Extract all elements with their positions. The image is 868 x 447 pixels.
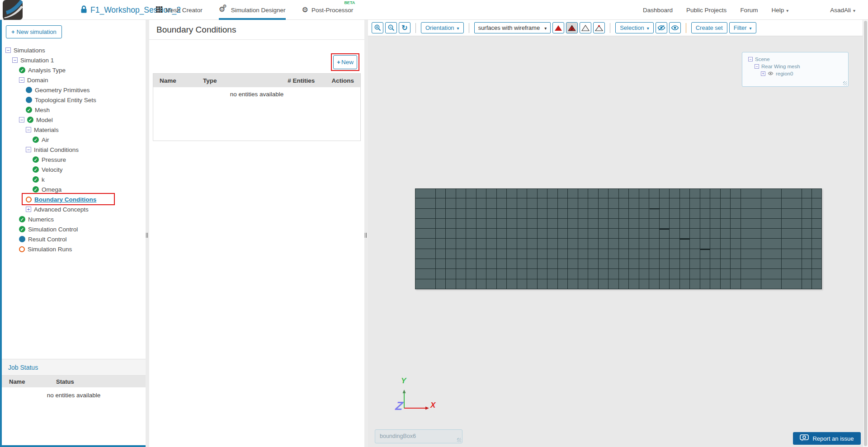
tree-item-boundary-conditions[interactable]: Boundary Conditions (2, 194, 146, 204)
simulation-tree: Simulations Simulation 1 Analysis Type D… (2, 45, 146, 254)
scrollbar-thumb[interactable] (864, 21, 867, 446)
expand-icon[interactable] (26, 207, 31, 212)
tree-item-simulation-runs[interactable]: Simulation Runs (2, 244, 146, 254)
boundary-conditions-panel: Boundary Conditions New Name Type # Enti… (149, 20, 364, 447)
boundary-conditions-table: Name Type # Entities Actions no entities… (153, 73, 361, 141)
mesh-seam (680, 239, 690, 240)
axis-x-label: X (430, 401, 435, 410)
nav-dashboard[interactable]: Dashboard (643, 7, 673, 14)
check-status-icon (33, 136, 39, 143)
scene-tree-overlay[interactable]: Scene Rear Wing mesh region0 (742, 52, 849, 87)
3d-viewport[interactable]: Orientation surfaces with wireframe Sele… (368, 20, 868, 447)
mesh-seam (660, 229, 670, 230)
tree-item-pressure[interactable]: Pressure (2, 155, 146, 165)
collapse-icon[interactable] (12, 57, 18, 63)
check-status-icon (33, 156, 39, 163)
main-tabs: Mesh Creator ⚙⚙ Simulation Designer ⚙ Po… (156, 0, 353, 20)
collapse-icon[interactable] (19, 77, 24, 83)
tree-item-k[interactable]: k (2, 174, 146, 184)
check-status-icon (27, 117, 33, 123)
visibility-eye-icon[interactable] (768, 71, 774, 76)
scene-node-region0[interactable]: region0 (761, 71, 793, 76)
rear-wing-mesh-render[interactable] (415, 188, 822, 289)
tab-post-processor[interactable]: ⚙ Post-Processor BETA (302, 0, 354, 20)
tree-item-omega[interactable]: Omega (2, 184, 146, 194)
sidebar-resize-handle[interactable] (146, 20, 149, 447)
show-selection-button[interactable] (669, 22, 681, 33)
beta-badge: BETA (344, 0, 355, 5)
new-boundary-condition-button[interactable]: New (333, 55, 357, 69)
new-simulation-button[interactable]: New simulation (6, 25, 62, 38)
render-surfaces-wireframe-button[interactable] (566, 22, 578, 33)
panel-title: Boundary Conditions (156, 25, 236, 35)
tree-item-simulation-1[interactable]: Simulation 1 (2, 55, 146, 65)
grip-icon (146, 233, 149, 238)
render-surfaces-button[interactable] (552, 22, 564, 33)
tree-item-result-control[interactable]: Result Control (2, 234, 146, 244)
tree-item-air[interactable]: Air (2, 135, 146, 145)
scene-node-mesh[interactable]: Rear Wing mesh (755, 64, 800, 69)
scene-node-root[interactable]: Scene (748, 56, 770, 62)
toolbar-separator-orange (686, 23, 686, 33)
collapse-icon[interactable] (5, 47, 11, 53)
chevron-down-icon (457, 24, 459, 31)
axis-y-label: Y (401, 376, 406, 386)
zoom-out-button[interactable] (385, 22, 397, 33)
tab-simulation-designer[interactable]: ⚙⚙ Simulation Designer (219, 0, 286, 20)
tree-item-topological-entity-sets[interactable]: Topological Entity Sets (2, 95, 146, 105)
vertical-scrollbar[interactable] (863, 20, 868, 447)
chevron-down-icon (647, 24, 649, 31)
tree-item-numerics[interactable]: Numerics (2, 214, 146, 224)
tree-item-velocity[interactable]: Velocity (2, 165, 146, 174)
bounding-box-name-field[interactable]: boundingBox6 (375, 429, 462, 443)
tab-mesh-creator[interactable]: Mesh Creator (156, 0, 203, 20)
tree-item-advanced-concepts[interactable]: Advanced Concepts (2, 204, 146, 214)
tree-item-simulations[interactable]: Simulations (2, 45, 146, 55)
refresh-view-button[interactable] (399, 22, 410, 33)
render-wireframe-button[interactable] (580, 22, 591, 33)
user-menu[interactable]: AsadAli (830, 7, 855, 14)
tree-item-model[interactable]: Model (2, 115, 146, 125)
job-col-status: Status (56, 378, 74, 385)
col-entities: # Entities (257, 77, 315, 84)
collapse-icon[interactable] (26, 127, 31, 132)
report-issue-button[interactable]: Report an issue (793, 432, 861, 445)
nav-public-projects[interactable]: Public Projects (686, 7, 726, 14)
orientation-dropdown[interactable]: Orientation (421, 22, 464, 33)
collapse-icon[interactable] (26, 147, 31, 152)
tree-item-domain[interactable]: Domain (2, 75, 146, 85)
tree-item-analysis-type[interactable]: Analysis Type (2, 65, 146, 75)
collapse-icon[interactable] (748, 57, 753, 61)
gears-icon: ⚙⚙ (219, 6, 228, 14)
tree-item-initial-conditions[interactable]: Initial Conditions (2, 145, 146, 155)
hide-selection-button[interactable] (656, 22, 667, 33)
tree-item-materials[interactable]: Materials (2, 125, 146, 135)
check-status-icon (33, 186, 39, 193)
expand-icon[interactable] (761, 71, 765, 76)
create-set-button[interactable]: Create set (691, 22, 727, 33)
col-type: Type (203, 77, 257, 84)
panel-resize-handle[interactable] (364, 20, 368, 447)
resize-corner-handle[interactable] (843, 81, 847, 85)
simscale-logo[interactable] (3, 0, 23, 20)
filter-dropdown[interactable]: Filter (729, 22, 756, 33)
col-name: Name (153, 77, 203, 84)
job-status-panel: Job Status Name Status no entities avail… (2, 359, 146, 445)
tree-item-mesh[interactable]: Mesh (2, 105, 146, 115)
gear-icon: ⚙ (302, 6, 308, 14)
collapse-icon[interactable] (755, 64, 759, 69)
display-mode-select[interactable]: surfaces with wireframe (474, 22, 551, 33)
collapse-icon[interactable] (19, 117, 24, 122)
nav-forum[interactable]: Forum (740, 7, 758, 14)
zoom-in-button[interactable] (372, 22, 383, 33)
tree-item-geometry-primitives[interactable]: Geometry Primitives (2, 85, 146, 95)
chevron-down-icon (750, 24, 752, 31)
tree-item-simulation-control[interactable]: Simulation Control (2, 224, 146, 234)
render-points-button[interactable] (593, 22, 605, 33)
toolbar-separator (610, 23, 610, 33)
help-menu[interactable]: Help (771, 7, 788, 14)
resize-corner-handle[interactable] (457, 438, 461, 442)
tab-label: Mesh Creator (165, 7, 203, 14)
table-header-row: Name Type # Entities Actions (153, 74, 360, 87)
selection-dropdown[interactable]: Selection (615, 22, 654, 33)
